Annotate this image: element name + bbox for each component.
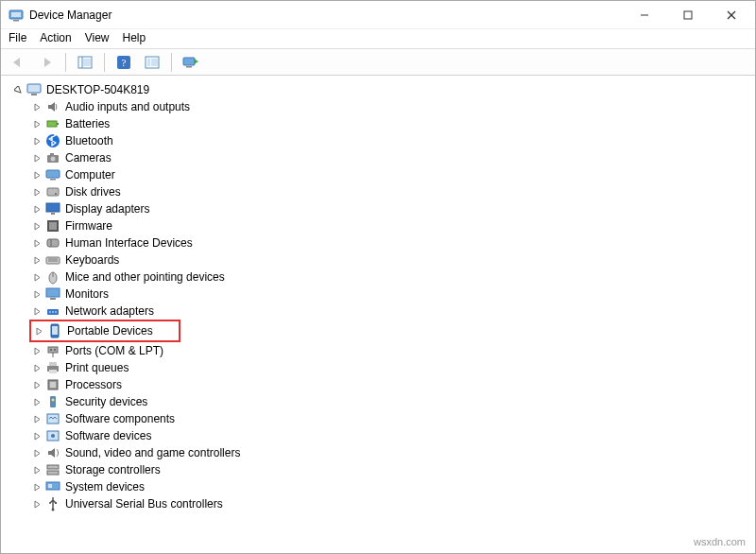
maximize-button[interactable] [666,1,710,29]
menu-file[interactable]: File [9,31,26,44]
svg-rect-54 [49,370,57,373]
forward-button[interactable] [35,52,58,73]
menu-view[interactable]: View [85,31,110,44]
expand-icon[interactable] [31,237,43,249]
expand-icon[interactable] [31,288,43,300]
tree-root-node[interactable]: DESKTOP-504K819 [12,81,747,98]
expand-icon[interactable] [31,498,43,510]
expand-icon[interactable] [31,447,43,459]
tree-node-label: Software devices [63,429,153,442]
close-button[interactable] [710,1,753,29]
collapse-icon[interactable] [12,84,24,95]
svg-rect-48 [48,347,58,353]
expand-icon[interactable] [31,362,43,373]
titlebar: Device Manager [1,1,755,29]
tree-node-label: Monitors [63,287,111,301]
tree-node[interactable]: Security devices [31,393,747,410]
expand-icon[interactable] [31,101,43,113]
tree-node[interactable]: System devices [31,478,747,495]
tree-node[interactable]: Keyboards [31,251,747,268]
svg-rect-26 [50,179,56,181]
tree-node-label: Mice and other pointing devices [63,270,227,284]
cpu-icon [45,377,60,392]
tree-node[interactable]: Cameras [31,149,747,166]
tree-node-label: Batteries [63,117,112,130]
toolbar-separator [104,53,105,72]
tree-node[interactable]: Firmware [31,217,747,234]
svg-point-23 [51,157,56,162]
expand-icon[interactable] [31,169,43,181]
expand-icon[interactable] [31,481,43,493]
help-button[interactable]: ? [112,52,135,73]
tree-node[interactable]: Batteries [31,115,747,132]
expand-icon[interactable] [31,430,43,441]
device-tree[interactable]: DESKTOP-504K819 Audio inputs and outputs… [1,76,755,543]
device-manager-icon [9,8,24,23]
scan-hardware-button[interactable] [180,52,202,73]
svg-rect-47 [52,326,58,335]
tree-node[interactable]: Sound, video and game controllers [31,444,747,461]
svg-point-66 [52,509,55,511]
expand-icon[interactable] [31,379,43,390]
expand-icon[interactable] [31,271,43,283]
tree-node[interactable]: Computer [31,166,747,183]
expand-icon[interactable] [31,254,43,266]
expand-icon[interactable] [31,345,43,356]
tree-node-label: Universal Serial Bus controllers [63,497,225,511]
svg-rect-56 [50,382,56,388]
firmware-icon [45,218,60,234]
expand-icon[interactable] [31,152,43,164]
tree-node-label: Bluetooth [63,134,115,147]
tree-node[interactable]: Storage controllers [31,461,747,478]
expand-icon[interactable] [31,186,43,198]
tree-node[interactable]: Disk drives [31,183,747,200]
tree-node[interactable]: Portable Devices [33,322,177,339]
expand-icon[interactable] [31,413,43,424]
tree-node[interactable]: Network adapters [31,303,747,320]
audio-icon [45,99,60,114]
svg-point-49 [50,349,52,351]
tree-root-label: DESKTOP-504K819 [44,83,151,96]
menu-action[interactable]: Action [40,31,71,44]
tree-node[interactable]: Monitors [31,286,747,303]
svg-rect-65 [48,484,52,488]
tree-node-label: Disk drives [63,185,123,199]
svg-rect-62 [47,465,59,469]
expand-icon[interactable] [33,325,44,337]
tree-node-label: Display adapters [63,202,151,216]
expand-icon[interactable] [31,305,43,317]
toolbar: ? [1,49,755,76]
tree-node[interactable]: Software components [31,410,747,427]
tree-node[interactable]: Universal Serial Bus controllers [31,495,747,512]
action-button[interactable] [141,52,163,73]
expand-icon[interactable] [31,203,43,215]
back-button[interactable] [7,52,29,73]
svg-rect-63 [47,471,59,475]
expand-icon[interactable] [31,118,43,130]
tree-node[interactable]: Bluetooth [31,132,747,149]
tree-node-label: Human Interface Devices [63,236,195,250]
expand-icon[interactable] [31,220,43,232]
menu-help[interactable]: Help [123,31,146,44]
tree-node[interactable]: Processors [31,376,747,393]
svg-rect-17 [27,84,41,93]
svg-rect-29 [46,203,60,212]
tree-node-label: Print queues [63,361,130,374]
show-hide-console-button[interactable] [74,52,96,73]
tree-node[interactable]: Software devices [31,427,747,444]
svg-rect-4 [684,11,692,19]
tree-node-label: Computer [63,168,117,182]
expand-icon[interactable] [31,135,43,147]
tree-node-label: Software components [63,412,177,425]
tree-node[interactable]: Display adapters [31,200,747,217]
expand-icon[interactable] [31,396,43,407]
tree-node[interactable]: Audio inputs and outputs [31,98,747,115]
tree-node[interactable]: Human Interface Devices [31,234,747,251]
svg-rect-30 [51,213,55,215]
tree-node[interactable]: Mice and other pointing devices [31,268,747,286]
tree-node[interactable]: Ports (COM & LPT) [31,342,747,359]
portable-icon [47,323,62,338]
expand-icon[interactable] [31,464,43,476]
minimize-button[interactable] [623,1,666,29]
tree-node[interactable]: Print queues [31,359,747,376]
